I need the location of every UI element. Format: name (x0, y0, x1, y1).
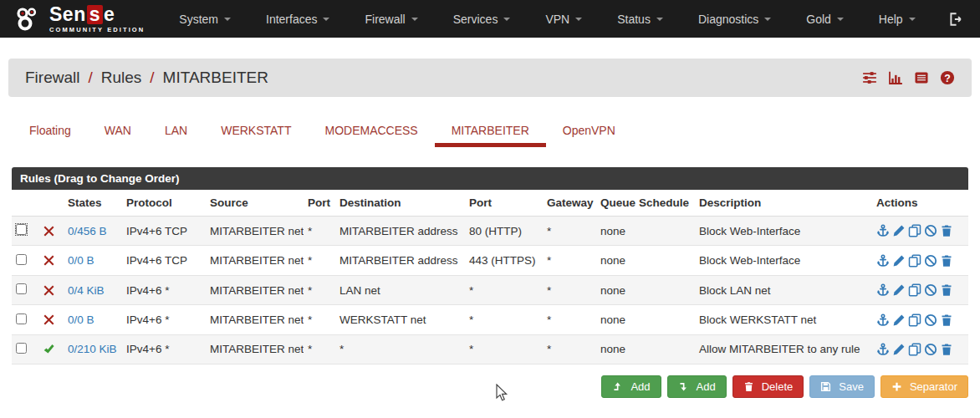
chevron-down-icon (909, 18, 916, 21)
disable-icon[interactable] (924, 224, 937, 237)
queue-cell: none (596, 217, 635, 246)
chevron-down-icon (224, 18, 231, 21)
tab-floating[interactable]: Floating (13, 116, 88, 147)
col-states: States (64, 190, 122, 217)
description-cell: Block Web-Interface (695, 246, 872, 275)
sign-out-icon[interactable] (942, 12, 970, 27)
protocol-cell: IPv4+6 * (122, 305, 206, 334)
sliders-icon[interactable] (862, 70, 877, 85)
states-link[interactable]: 0/0 B (68, 254, 94, 267)
menu-gold[interactable]: Gold (789, 0, 861, 38)
col-dest-port: Port (465, 190, 543, 217)
copy-icon[interactable] (908, 314, 921, 327)
delete-icon[interactable] (940, 314, 953, 327)
copy-icon[interactable] (908, 283, 921, 297)
menu-services[interactable]: Services (436, 0, 528, 38)
tab-wan[interactable]: WAN (88, 116, 148, 147)
anchor-icon[interactable] (876, 343, 890, 356)
menu-vpn[interactable]: VPN (528, 0, 600, 38)
rule-checkbox[interactable] (16, 224, 27, 235)
states-link[interactable]: 0/210 KiB (68, 343, 117, 355)
copy-icon[interactable] (908, 254, 921, 268)
gateway-cell: * (543, 246, 596, 275)
source-cell: MITARBEITER net (206, 305, 304, 334)
level-down-icon (678, 381, 689, 392)
chevron-down-icon (837, 18, 844, 21)
protocol-cell: IPv4+6 TCP (122, 246, 206, 275)
gateway-cell: * (543, 305, 596, 334)
anchor-icon[interactable] (876, 254, 890, 268)
menu-system[interactable]: System (161, 0, 248, 38)
add-rule-bottom-button[interactable]: Add (667, 375, 727, 398)
disable-icon[interactable] (924, 343, 937, 356)
help-icon[interactable] (940, 70, 955, 85)
delete-icon[interactable] (940, 254, 953, 268)
gateway-cell: * (543, 275, 596, 304)
disable-icon[interactable] (924, 254, 937, 268)
dest-port-cell: 443 (HTTPS) (465, 246, 543, 275)
disable-icon[interactable] (924, 314, 937, 327)
pass-rule-icon (43, 343, 55, 355)
destination-cell: MITARBEITER address (335, 246, 465, 275)
menu-interfaces[interactable]: Interfaces (248, 0, 347, 38)
source-port-cell: * (304, 246, 335, 275)
protocol-cell: IPv4+6 * (122, 275, 206, 304)
anchor-icon[interactable] (876, 224, 890, 237)
states-link[interactable]: 0/456 B (68, 225, 107, 237)
chevron-down-icon (656, 18, 663, 21)
copy-icon[interactable] (908, 224, 921, 237)
save-button[interactable]: Save (809, 375, 875, 398)
states-link[interactable]: 0/0 B (68, 314, 94, 326)
add-rule-top-button[interactable]: Add (601, 375, 661, 398)
delete-icon[interactable] (940, 224, 953, 237)
pfsense-logo-icon (15, 7, 43, 32)
tab-lan[interactable]: LAN (148, 116, 204, 147)
chart-icon[interactable] (888, 70, 903, 85)
tab-openvpn[interactable]: OpenVPN (546, 116, 632, 147)
copy-icon[interactable] (908, 343, 921, 356)
rule-checkbox[interactable] (16, 314, 27, 324)
delete-selected-button[interactable]: Delete (732, 375, 804, 398)
destination-cell: MITARBEITER address (335, 217, 465, 246)
disable-icon[interactable] (924, 283, 937, 297)
edit-icon[interactable] (892, 343, 906, 356)
pfsense-logo[interactable]: Sense COMMUNITY EDITION (15, 5, 145, 33)
edit-icon[interactable] (892, 314, 906, 327)
col-protocol: Protocol (122, 190, 206, 217)
menu-firewall[interactable]: Firewall (347, 0, 435, 38)
breadcrumb-firewall: Firewall (25, 69, 79, 87)
chevron-down-icon (575, 18, 582, 21)
log-icon[interactable] (914, 70, 929, 85)
tab-werkstatt[interactable]: WERKSTATT (204, 116, 308, 147)
schedule-cell (635, 334, 695, 364)
edit-icon[interactable] (892, 224, 906, 237)
rules-panel: Rules (Drag to Change Order) States Prot… (12, 167, 968, 364)
top-navbar: Sense COMMUNITY EDITION System Interface… (0, 0, 980, 38)
breadcrumb: Firewall / Rules / MITARBEITER (25, 69, 268, 87)
queue-cell: none (596, 334, 635, 364)
delete-icon[interactable] (940, 343, 953, 356)
edit-icon[interactable] (892, 283, 906, 297)
menu-status[interactable]: Status (600, 0, 681, 38)
menu-help[interactable]: Help (861, 0, 933, 38)
tab-modemaccess[interactable]: MODEMACCESS (308, 116, 434, 147)
table-row: 0/0 B IPv4+6 * MITARBEITER net * WERKSTA… (12, 305, 968, 334)
delete-icon[interactable] (940, 283, 953, 297)
queue-cell: none (596, 246, 635, 275)
tab-mitarbeiter[interactable]: MITARBEITER (435, 116, 546, 147)
rule-checkbox[interactable] (16, 254, 27, 265)
anchor-icon[interactable] (876, 314, 890, 327)
source-port-cell: * (304, 275, 335, 304)
table-row: 0/456 B IPv4+6 TCP MITARBEITER net * MIT… (12, 217, 968, 246)
add-separator-button[interactable]: Separator (880, 375, 968, 398)
chevron-down-icon (503, 18, 510, 21)
edit-icon[interactable] (892, 254, 906, 268)
states-link[interactable]: 0/4 KiB (68, 284, 105, 297)
menu-diagnostics[interactable]: Diagnostics (681, 0, 789, 38)
brand-name: Sense (49, 5, 145, 24)
rule-checkbox[interactable] (16, 283, 27, 294)
rule-checkbox[interactable] (16, 343, 27, 354)
source-port-cell: * (304, 305, 335, 334)
table-row: 0/4 KiB IPv4+6 * MITARBEITER net * LAN n… (12, 275, 968, 304)
anchor-icon[interactable] (876, 283, 890, 297)
